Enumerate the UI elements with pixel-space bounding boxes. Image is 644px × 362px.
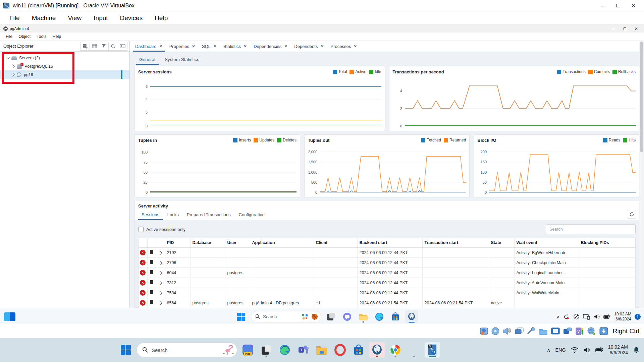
tab-dashboard[interactable]: Dashboard✕ <box>132 41 166 52</box>
cancel-query-icon[interactable] <box>150 250 153 254</box>
server-connect-icon[interactable] <box>80 42 90 51</box>
guest-edge-icon[interactable] <box>373 310 386 323</box>
terminate-session-icon[interactable]: ✕ <box>140 290 146 296</box>
guest-cast-icon[interactable] <box>583 314 590 320</box>
vbox-minimize-button[interactable]: – <box>595 1 610 11</box>
tree-item-postgresql16[interactable]: PostgreSQL 16 <box>0 62 129 70</box>
expand-row-icon[interactable] <box>159 291 162 295</box>
pgadmin-menu-file[interactable]: File <box>3 33 15 40</box>
widgets-icon[interactable] <box>4 312 15 321</box>
terminate-session-icon[interactable]: ✕ <box>140 280 146 286</box>
guest-dark-app-icon[interactable] <box>325 310 337 323</box>
host-dark-app-icon[interactable] <box>259 342 274 358</box>
guest-store-icon[interactable] <box>389 310 402 323</box>
pgadmin-menu-tools[interactable]: Tools <box>34 33 49 40</box>
column-header-wait-event[interactable]: Wait event <box>514 238 579 248</box>
expand-row-icon[interactable] <box>159 301 162 305</box>
guest-update-icon[interactable] <box>563 313 570 320</box>
host-clock[interactable]: 10:02 AM 6/6/2024 <box>608 344 628 356</box>
tab-processes[interactable]: Processes✕ <box>327 41 361 52</box>
guest-start-button[interactable] <box>235 310 248 323</box>
close-tab-icon[interactable]: ✕ <box>320 44 324 49</box>
tree-item-servers[interactable]: Servers (2) <box>0 54 129 62</box>
host-tray-chevron-icon[interactable]: ∧ <box>547 347 551 353</box>
vbox-menu-help[interactable]: Help <box>149 13 174 23</box>
tab-properties[interactable]: Properties✕ <box>166 41 199 52</box>
expand-row-icon[interactable] <box>159 271 162 275</box>
host-search-box[interactable]: Search <box>137 343 237 357</box>
host-pgadmin-icon[interactable] <box>369 342 385 358</box>
guest-clock[interactable]: 10:02 AM 6/6/2024 <box>614 312 631 322</box>
column-header-pid[interactable]: PID <box>165 238 190 248</box>
chevron-right-icon[interactable] <box>11 64 14 68</box>
expand-row-icon[interactable] <box>159 251 162 254</box>
column-header-client[interactable]: Client <box>314 238 357 248</box>
vbox-menu-machine[interactable]: Machine <box>26 13 62 23</box>
vbox-menu-input[interactable]: Input <box>88 13 114 23</box>
volume-icon[interactable] <box>583 347 591 353</box>
pgadmin-menu-help[interactable]: Help <box>49 33 64 40</box>
grid-view-icon[interactable] <box>90 42 99 51</box>
sessions-search-input[interactable] <box>546 224 636 234</box>
host-teams-icon[interactable]: T <box>296 342 311 358</box>
column-header-database[interactable]: Database <box>190 238 225 248</box>
column-header-user[interactable]: User <box>225 238 250 248</box>
tab-dependents[interactable]: Dependents✕ <box>291 41 327 52</box>
cancel-query-icon[interactable] <box>150 300 153 304</box>
opera-icon[interactable] <box>332 342 348 358</box>
column-header-application[interactable]: Application <box>250 238 314 248</box>
close-tab-icon[interactable]: ✕ <box>354 44 357 49</box>
guest-teams-chat-icon[interactable] <box>341 310 354 323</box>
copilot-icon[interactable]: PRE <box>240 342 256 358</box>
vbox-menu-devices[interactable]: Devices <box>114 13 149 23</box>
host-file-explorer-icon[interactable] <box>314 342 329 358</box>
guest-battery-icon[interactable] <box>603 314 611 319</box>
vbox-close-button[interactable]: ✕ <box>626 1 641 11</box>
subtab-system-statistics[interactable]: System Statistics <box>161 54 203 65</box>
pgadmin-menu-object[interactable]: Object <box>15 33 34 40</box>
guest-file-explorer-icon[interactable] <box>357 310 370 323</box>
activity-tab-prepared-transactions[interactable]: Prepared Transactions <box>183 209 235 220</box>
terminate-session-icon[interactable]: ✕ <box>140 260 146 265</box>
table-row[interactable]: ✕6044postgres2024-06-06 09:12:44 PKTActi… <box>139 268 635 278</box>
notification-bell-icon[interactable] <box>633 346 640 354</box>
cancel-query-icon[interactable] <box>150 280 153 284</box>
guest-search-box[interactable]: Search <box>251 311 321 322</box>
terminate-session-icon[interactable]: ✕ <box>140 300 146 306</box>
wifi-icon[interactable] <box>571 347 579 353</box>
refresh-icon[interactable] <box>627 210 636 219</box>
guest-tray-chevron-icon[interactable]: ∧ <box>556 314 560 319</box>
column-header-blocking-pids[interactable]: Blocking PIDs <box>579 238 635 248</box>
host-start-button[interactable] <box>118 342 133 358</box>
vbox-menu-view[interactable]: View <box>62 13 88 23</box>
close-tab-icon[interactable]: ✕ <box>213 44 217 49</box>
tab-statistics[interactable]: Statistics✕ <box>220 41 250 52</box>
language-indicator[interactable]: ENG <box>555 347 566 353</box>
table-row[interactable]: ✕73122024-06-06 09:12:44 PKTActivity: Au… <box>139 278 635 288</box>
cancel-query-icon[interactable] <box>150 290 153 294</box>
column-header-state[interactable]: State <box>489 238 514 248</box>
activity-tab-configuration[interactable]: Configuration <box>235 209 269 220</box>
terminate-session-icon[interactable]: ✕ <box>140 250 146 255</box>
chevron-right-icon[interactable] <box>11 73 14 76</box>
pgadmin-minimize-button[interactable]: – <box>608 25 619 32</box>
cancel-query-icon[interactable] <box>150 260 153 264</box>
table-row[interactable]: ✕27962024-06-06 09:12:44 PKTActivity: Ch… <box>139 258 635 268</box>
guest-notification-badge[interactable]: 1 <box>635 314 641 320</box>
close-tab-icon[interactable]: ✕ <box>192 44 195 49</box>
running-app-indicator[interactable] <box>406 342 422 358</box>
host-virtualbox-vm-icon[interactable]: 6411 <box>425 342 440 358</box>
vbox-menu-file[interactable]: File <box>3 13 26 23</box>
filter-icon[interactable] <box>99 42 109 51</box>
terminate-session-icon[interactable]: ✕ <box>140 270 146 276</box>
tab-sql[interactable]: SQL✕ <box>199 41 220 52</box>
tree-item-pg16[interactable]: pg16 <box>0 70 129 79</box>
pgadmin-restore-button[interactable] <box>619 25 631 32</box>
guest-volume-icon[interactable] <box>593 314 600 319</box>
pgadmin-close-button[interactable]: ✕ <box>631 25 642 32</box>
column-header-backend-start[interactable]: Backend start <box>357 238 422 248</box>
vbox-restore-button[interactable] <box>610 1 626 11</box>
table-row[interactable]: ✕75842024-06-06 09:12:44 PKTActivity: Wa… <box>139 288 635 298</box>
battery-icon[interactable] <box>595 347 603 353</box>
search-objects-icon[interactable] <box>108 42 118 51</box>
